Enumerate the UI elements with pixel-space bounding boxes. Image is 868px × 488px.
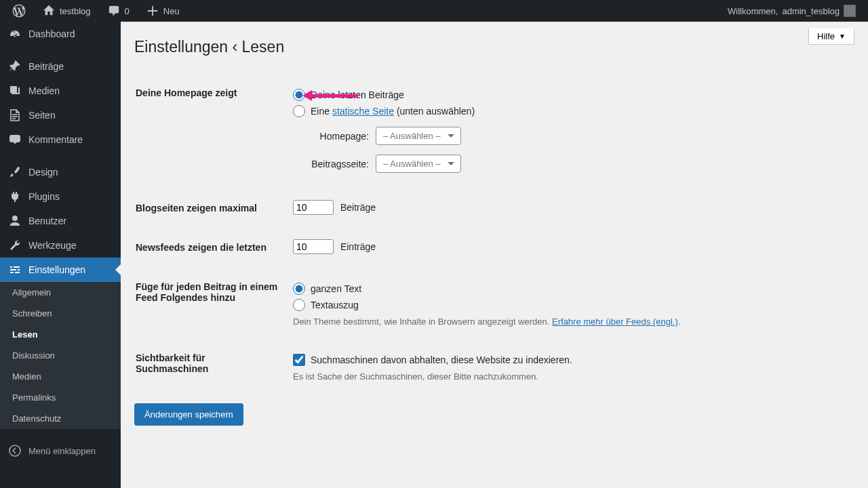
submenu-writing[interactable]: Schreiben [0, 303, 121, 324]
plug-icon [8, 190, 22, 203]
wp-logo-menu[interactable] [5, 0, 33, 22]
collapse-menu[interactable]: Menü einklappen [0, 437, 121, 464]
comments-menu[interactable]: 0 [100, 0, 136, 22]
media-icon [8, 84, 22, 98]
site-name-menu[interactable]: testblog [35, 0, 98, 22]
radio-latest-posts-label: Deine letzten Beiträge [311, 89, 404, 100]
menu-posts[interactable]: Beiträge [0, 54, 121, 79]
wordpress-logo-icon [12, 4, 26, 18]
dashboard-icon [8, 27, 22, 41]
radio-excerpt-label: Textauszug [311, 300, 359, 310]
account-menu[interactable]: Willkommen, admin_tesblog [721, 0, 863, 22]
radio-full-text-label: ganzen Text [311, 283, 361, 294]
submenu-permalinks[interactable]: Permalinks [0, 387, 121, 408]
home-icon [42, 4, 56, 18]
svg-point-0 [9, 445, 20, 456]
menu-label: Plugins [28, 191, 60, 202]
menu-label: Medien [28, 85, 60, 96]
new-content-label: Neu [163, 6, 180, 16]
menu-media[interactable]: Medien [0, 79, 121, 103]
radio-latest-posts[interactable] [293, 89, 305, 101]
submenu-general[interactable]: Allgemein [0, 282, 121, 303]
submenu-reading[interactable]: Lesen [0, 324, 121, 345]
radio-static-page-label: Eine statische Seite (unten auswählen) [311, 106, 475, 117]
menu-label: Beiträge [28, 61, 64, 72]
username-text: admin_tesblog [782, 6, 840, 16]
page-title: Einstellungen ‹ Lesen [134, 38, 854, 56]
site-name-text: testblog [60, 6, 91, 16]
sliders-icon [8, 263, 22, 277]
submenu-discussion[interactable]: Diskussion [0, 345, 121, 366]
comment-icon [8, 133, 22, 146]
radio-excerpt[interactable] [293, 299, 305, 311]
blog-pages-suffix: Beiträge [340, 202, 376, 213]
blog-pages-input[interactable] [293, 200, 334, 215]
comments-count: 0 [125, 6, 130, 16]
menu-label: Design [28, 167, 58, 178]
settings-submenu: Allgemein Schreiben Lesen Diskussion Med… [0, 282, 121, 429]
checkbox-noindex-label: Suchmaschinen davon abhalten, diese Webs… [311, 354, 572, 365]
menu-dashboard[interactable]: Dashboard [0, 22, 121, 46]
brush-icon [8, 165, 22, 179]
radio-static-page[interactable] [293, 105, 305, 117]
help-label: Hilfe [817, 31, 835, 41]
admin-sidebar: Dashboard Beiträge Medien Seiten Komment… [0, 22, 121, 488]
menu-comments[interactable]: Kommentare [0, 127, 121, 152]
feed-items-suffix: Einträge [340, 241, 376, 252]
save-button[interactable]: Änderungen speichern [134, 403, 243, 426]
menu-tools[interactable]: Werkzeuge [0, 233, 121, 258]
collapse-icon [8, 444, 22, 458]
comment-icon [107, 4, 121, 18]
avatar [844, 5, 856, 17]
feed-items-input[interactable] [293, 239, 334, 254]
posts-page-select-label: Beitragsseite: [307, 159, 369, 169]
posts-page-select[interactable]: – Auswählen – [376, 155, 461, 173]
plus-icon [146, 4, 159, 18]
new-content-menu[interactable]: Neu [139, 0, 186, 22]
menu-label: Einstellungen [28, 264, 85, 275]
menu-label: Dashboard [28, 28, 75, 39]
user-icon [8, 214, 22, 228]
menu-label: Seiten [28, 110, 56, 121]
content-area: Hilfe ▼ Einstellungen ‹ Lesen Deine Home… [121, 22, 868, 488]
pin-icon [8, 60, 22, 73]
homepage-select-label: Homepage: [307, 131, 369, 142]
page-icon [8, 108, 22, 122]
chevron-down-icon: ▼ [839, 33, 846, 40]
feed-description: Dein Theme bestimmt, wie Inhalte in Brow… [293, 317, 846, 327]
checkbox-noindex[interactable] [293, 354, 305, 366]
menu-label: Werkzeuge [28, 240, 77, 251]
admin-bar: testblog 0 Neu Willkommen, admin_tesblog [0, 0, 868, 22]
menu-label: Kommentare [28, 134, 83, 145]
menu-settings[interactable]: Einstellungen [0, 258, 121, 282]
feed-learn-more-link[interactable]: Erfahre mehr über Feeds (engl.) [552, 317, 678, 327]
static-page-link[interactable]: statische Seite [332, 106, 394, 117]
homepage-display-label: Deine Homepage zeigt [136, 74, 285, 188]
visibility-label: Sichtbarkeit für Suchmaschinen [136, 339, 285, 392]
collapse-label: Menü einklappen [28, 446, 96, 456]
feed-content-label: Füge für jeden Beitrag in einem Feed Fol… [136, 268, 285, 338]
blog-pages-label: Blogseiten zeigen maximal [136, 189, 285, 227]
feed-items-label: Newsfeeds zeigen die letzten [136, 228, 285, 266]
menu-label: Benutzer [28, 216, 66, 226]
visibility-description: Es ist Sache der Suchmaschinen, dieser B… [293, 371, 846, 382]
welcome-text: Willkommen, [728, 6, 778, 16]
homepage-select[interactable]: – Auswählen – [376, 127, 461, 145]
radio-full-text[interactable] [293, 283, 305, 295]
menu-pages[interactable]: Seiten [0, 103, 121, 127]
menu-plugins[interactable]: Plugins [0, 184, 121, 209]
submenu-media[interactable]: Medien [0, 366, 121, 387]
submenu-privacy[interactable]: Datenschutz [0, 408, 121, 429]
menu-users[interactable]: Benutzer [0, 209, 121, 233]
help-tab[interactable]: Hilfe ▼ [808, 28, 854, 45]
wrench-icon [8, 239, 22, 252]
menu-appearance[interactable]: Design [0, 160, 121, 184]
